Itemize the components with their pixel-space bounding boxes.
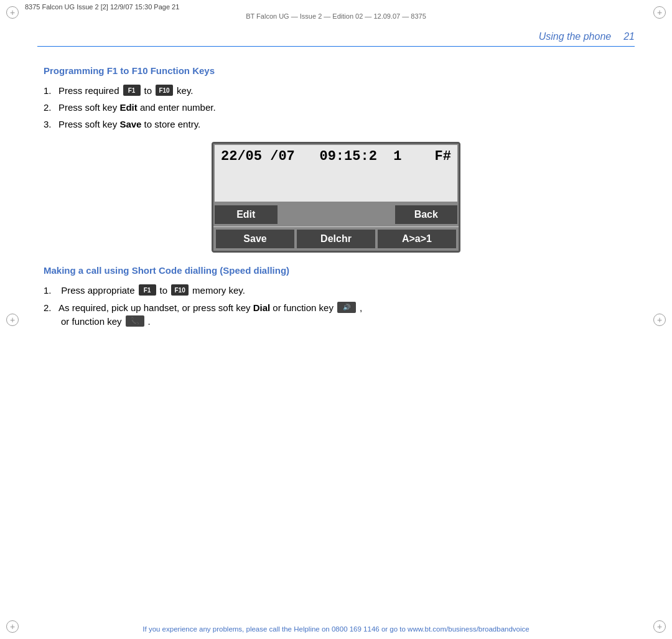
s2-step2-text1: As required, pick up handset, or press s… <box>58 302 334 313</box>
reg-mark-mid-left <box>6 314 19 326</box>
footer: If you experience any problems, please c… <box>37 625 635 633</box>
softkey-a-a-1[interactable]: A>a>1 <box>378 230 456 248</box>
step1-text-after: key. <box>177 85 193 96</box>
s2-step2-period: . <box>148 316 151 327</box>
step1-text-before: Press required <box>58 85 119 96</box>
display-top-row: 22/05 /07 09:15:2 1 F# <box>221 149 451 164</box>
s2-step2-line1: 2. As required, pick up handset, or pres… <box>44 302 362 313</box>
list-item: 1. Press required F1 to F10 key. <box>44 85 635 96</box>
display-function: F# <box>435 149 451 164</box>
softkey-row2: Save Delchr A>a>1 <box>213 227 459 251</box>
handset-icon <box>126 315 144 327</box>
list-number: 1. <box>44 285 56 296</box>
s2-step1-to: to <box>160 285 168 296</box>
key-f1: F1 <box>123 85 141 96</box>
list-number: 3. <box>44 119 56 129</box>
main-content: Using the phone 21 Programming F1 to F10… <box>37 31 635 608</box>
key-f10: F10 <box>156 85 173 96</box>
reg-mark-mid-right <box>653 314 666 326</box>
display-screen: 22/05 /07 09:15:2 1 F# <box>213 144 459 203</box>
header-title: Using the phone <box>539 31 612 42</box>
phone-display: 22/05 /07 09:15:2 1 F# Edit Back Save De… <box>212 142 460 253</box>
step1-text-to: to <box>144 85 152 96</box>
section1-list: 1. Press required F1 to F10 key. 2. Pres… <box>44 85 635 129</box>
print-info: 8375 Falcon UG Issue 2 [2] 12/9/07 15:30… <box>25 3 179 11</box>
softkey-spacer <box>279 204 394 225</box>
reg-mark-bottom-left <box>6 620 19 633</box>
key-f10-s2: F10 <box>171 284 189 296</box>
s2-step2-line2: or function key . <box>61 315 151 327</box>
list-item: 2. Press soft key Edit and enter number. <box>44 102 635 113</box>
section2-list: 1. Press appropriate F1 to F10 memory ke… <box>44 284 635 327</box>
list-item: 1. Press appropriate F1 to F10 memory ke… <box>44 284 635 296</box>
softkey-edit[interactable]: Edit <box>215 205 278 224</box>
s2-step1-after: memory key. <box>192 285 245 296</box>
step3-text: Press soft key Save to store entry. <box>58 119 200 129</box>
section2-heading: Making a call using Short Code dialling … <box>44 265 635 276</box>
section1-heading: Programming F1 to F10 Function Keys <box>44 65 635 76</box>
softkey-back[interactable]: Back <box>395 205 458 224</box>
page-header: Using the phone 21 <box>37 31 635 47</box>
s2-step1-text-before: Press appropriate <box>58 285 135 296</box>
step2-text: Press soft key Edit and enter number. <box>58 102 216 113</box>
reg-mark-top-right <box>653 6 666 19</box>
softkey-delchr[interactable]: Delchr <box>297 230 375 248</box>
list-number: 1. <box>44 85 56 96</box>
list-number: 2. <box>44 302 56 313</box>
list-item: 2. As required, pick up handset, or pres… <box>44 302 635 327</box>
s2-step2-text2: or function key <box>61 316 122 327</box>
phone-display-container: Soft key option 1 Soft key option 2 22/0… <box>37 142 635 253</box>
speaker-icon: 🔊 <box>337 302 356 313</box>
page-number: 21 <box>623 31 635 42</box>
softkey-save[interactable]: Save <box>216 230 294 248</box>
display-datetime: 22/05 /07 09:15:2 1 <box>221 149 401 164</box>
list-item: 3. Press soft key Save to store entry. <box>44 119 635 129</box>
edition-info: BT Falcon UG — Issue 2 — Edition 02 — 12… <box>246 12 426 20</box>
reg-mark-bottom-right <box>653 620 666 633</box>
key-f1-s2: F1 <box>139 284 156 296</box>
list-number: 2. <box>44 102 56 113</box>
display-empty-space <box>221 167 451 198</box>
s2-step2-comma: , <box>360 302 362 313</box>
softkey-row1: Edit Back <box>213 203 459 226</box>
reg-mark-top-left <box>6 6 19 19</box>
